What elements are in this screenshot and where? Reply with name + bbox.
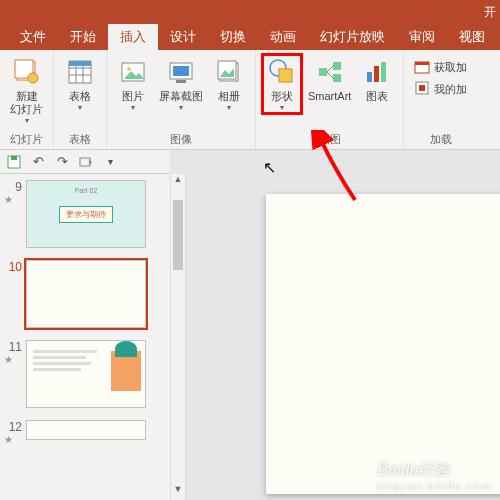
thumb-row[interactable]: 11 ★	[0, 334, 170, 414]
chevron-down-icon: ▾	[78, 103, 82, 112]
scroll-down-icon[interactable]: ▼	[171, 484, 185, 500]
save-icon[interactable]	[6, 154, 22, 170]
svg-rect-17	[279, 69, 292, 82]
slide-thumbnail[interactable]	[26, 260, 146, 328]
redo-icon[interactable]: ↷	[54, 154, 70, 170]
album-button[interactable]: 相册 ▾	[209, 54, 249, 114]
chevron-down-icon: ▾	[280, 103, 284, 112]
new-slide-icon	[11, 56, 43, 88]
watermark-sub: jingyan.baidu.com	[377, 481, 492, 492]
group-illus-label: 插图	[319, 132, 341, 147]
tab-insert[interactable]: 插入	[108, 24, 158, 50]
get-addins-label: 获取加	[434, 60, 467, 75]
watermark-main: Baidu经验	[377, 461, 450, 478]
tab-review[interactable]: 审阅	[397, 24, 447, 50]
svg-rect-22	[374, 66, 379, 82]
tab-design[interactable]: 设计	[158, 24, 208, 50]
slide-canvas-area	[186, 174, 500, 500]
group-slides-label: 幻灯片	[10, 132, 43, 147]
screenshot-icon	[165, 56, 197, 88]
slide-thumbnail[interactable]	[26, 420, 146, 440]
picture-button[interactable]: 图片 ▾	[113, 54, 153, 114]
current-slide[interactable]	[266, 194, 500, 494]
svg-rect-20	[333, 74, 341, 82]
my-addins-label: 我的加	[434, 82, 467, 97]
thumbnail-scrollbar[interactable]: ▲ ▼	[170, 174, 186, 500]
chevron-down-icon: ▾	[179, 103, 183, 112]
slide-thumbnail[interactable]	[26, 340, 146, 408]
group-images-label: 图像	[170, 132, 192, 147]
svg-rect-13	[176, 80, 186, 83]
table-label: 表格	[69, 90, 91, 103]
thumb-number: 11	[4, 340, 22, 354]
watermark: Baidu经验 jingyan.baidu.com	[377, 460, 492, 492]
svg-rect-30	[80, 158, 90, 166]
album-icon	[213, 56, 245, 88]
smartart-icon	[314, 56, 346, 88]
table-button[interactable]: 表格 ▾	[60, 54, 100, 114]
svg-rect-23	[381, 62, 386, 82]
svg-rect-18	[319, 68, 327, 76]
thumb-row[interactable]: 10	[0, 254, 170, 334]
svg-point-10	[127, 67, 131, 71]
slide-thumbnail[interactable]: Part 02 要求与期待	[26, 180, 146, 248]
svg-rect-21	[367, 72, 372, 82]
quick-access-toolbar: ↶ ↷ ▾	[0, 150, 170, 174]
group-images: 图片 ▾ 屏幕截图 ▾ 相册 ▾ 图像	[107, 50, 256, 149]
animation-star-icon: ★	[4, 434, 22, 445]
get-addins-button[interactable]: 获取加	[414, 58, 467, 76]
thumb-row[interactable]: 12 ★	[0, 414, 170, 451]
svg-rect-25	[415, 62, 429, 65]
start-icon[interactable]	[78, 154, 94, 170]
tab-transition[interactable]: 切换	[208, 24, 258, 50]
group-tables: 表格 ▾ 表格	[54, 50, 107, 149]
svg-point-2	[28, 73, 38, 83]
tab-slideshow[interactable]: 幻灯片放映	[308, 24, 397, 50]
animation-star-icon: ★	[4, 194, 22, 205]
title-text: 开	[484, 4, 496, 21]
chevron-down-icon: ▾	[25, 116, 29, 125]
new-slide-button[interactable]: 新建 幻灯片 ▾	[6, 54, 47, 127]
ribbon: 新建 幻灯片 ▾ 幻灯片 表格 ▾ 表格 图片 ▾ 屏幕截图 ▾	[0, 50, 500, 150]
chart-button[interactable]: 图表	[357, 54, 397, 105]
group-tables-label: 表格	[69, 132, 91, 147]
thumb-part-label: Part 02	[75, 187, 98, 194]
group-illustrations: 形状 ▾ SmartArt 图表 插图	[256, 50, 404, 149]
group-slides: 新建 幻灯片 ▾ 幻灯片	[0, 50, 54, 149]
picture-icon	[117, 56, 149, 88]
album-label: 相册	[218, 90, 240, 103]
screenshot-label: 屏幕截图	[159, 90, 203, 103]
qat-more-icon[interactable]: ▾	[102, 154, 118, 170]
svg-rect-27	[419, 85, 425, 91]
scrollbar-thumb[interactable]	[173, 200, 183, 270]
thumb-number: 10	[4, 260, 22, 274]
undo-icon[interactable]: ↶	[30, 154, 46, 170]
svg-rect-19	[333, 62, 341, 70]
tab-home[interactable]: 开始	[58, 24, 108, 50]
shapes-icon	[266, 56, 298, 88]
screenshot-button[interactable]: 屏幕截图 ▾	[155, 54, 207, 114]
tab-view[interactable]: 视图	[447, 24, 497, 50]
smartart-button[interactable]: SmartArt	[304, 54, 355, 105]
thumb-row[interactable]: 9 ★ Part 02 要求与期待	[0, 174, 170, 254]
thumb-number: 9	[4, 180, 22, 194]
thumb-title: 要求与期待	[59, 206, 113, 223]
svg-rect-29	[11, 156, 17, 160]
scroll-up-icon[interactable]: ▲	[171, 174, 185, 190]
animation-star-icon: ★	[4, 354, 22, 365]
tab-animation[interactable]: 动画	[258, 24, 308, 50]
group-addins: 获取加 我的加 加载	[404, 50, 477, 149]
ribbon-tabs: 文件 开始 插入 设计 切换 动画 幻灯片放映 审阅 视图	[0, 24, 500, 50]
smartart-label: SmartArt	[308, 90, 351, 103]
thumb-number: 12	[4, 420, 22, 434]
addin-icon	[414, 80, 430, 98]
chart-label: 图表	[366, 90, 388, 103]
chevron-down-icon: ▾	[131, 103, 135, 112]
my-addins-button[interactable]: 我的加	[414, 80, 467, 98]
shapes-button[interactable]: 形状 ▾	[262, 54, 302, 114]
chevron-down-icon: ▾	[227, 103, 231, 112]
group-addins-label: 加载	[430, 132, 452, 147]
title-bar: 开	[0, 0, 500, 24]
tab-file[interactable]: 文件	[8, 24, 58, 50]
store-icon	[414, 58, 430, 76]
